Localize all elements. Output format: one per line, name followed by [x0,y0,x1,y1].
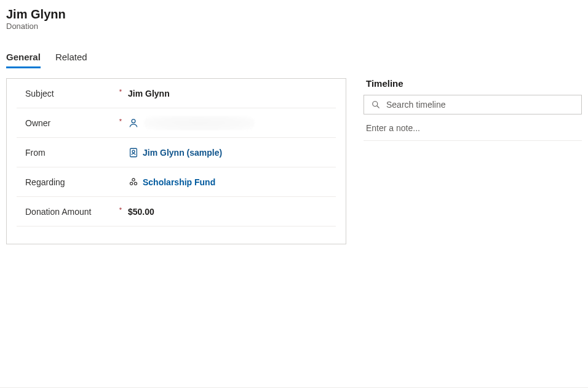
required-marker: * [114,88,127,95]
timeline-search-input[interactable] [386,100,575,110]
person-icon [128,118,139,129]
svg-line-7 [377,106,379,108]
field-owner[interactable]: Owner * [17,108,336,138]
required-marker: * [114,206,127,214]
owner-name-redacted [144,116,255,130]
field-from[interactable]: From Jim Glynn (sample) [17,138,336,167]
svg-point-6 [373,102,378,106]
field-value-subject: Jim Glynn [127,89,333,98]
link-cluster-icon [128,177,139,188]
svg-point-3 [132,178,135,180]
svg-point-4 [130,182,132,185]
regarding-lookup-text: Scholarship Fund [143,177,215,187]
field-value-donation-amount: $50.00 [127,207,333,217]
timeline-panel: Timeline Enter a note... [361,78,582,244]
field-donation-amount[interactable]: Donation Amount * $50.00 [17,197,336,227]
field-value-owner [127,114,333,132]
svg-point-5 [134,182,137,185]
field-value-regarding: Scholarship Fund [127,177,333,188]
field-label-regarding: Regarding [25,177,114,187]
from-lookup-link[interactable]: Jim Glynn (sample) [128,147,222,158]
field-label-subject: Subject [25,89,114,98]
required-marker: * [114,118,127,125]
tab-related[interactable]: Related [55,49,87,67]
field-label-owner: Owner [25,118,114,128]
contact-icon [128,147,139,158]
content-area: Subject * Jim Glynn Owner * [0,67,588,244]
footer-divider [0,387,588,388]
field-label-donation-amount: Donation Amount [25,207,114,217]
field-regarding[interactable]: Regarding Scholarship Fund [17,167,336,197]
search-icon [370,99,381,110]
field-value-from: Jim Glynn (sample) [127,147,333,158]
record-header: Jim Glynn Donation [0,0,588,34]
record-title: Jim Glynn [6,7,582,22]
form-panel: Subject * Jim Glynn Owner * [6,78,346,244]
tab-strip: General Related [0,49,588,67]
from-lookup-text: Jim Glynn (sample) [143,148,222,158]
timeline-search[interactable] [364,95,582,114]
timeline-note-input[interactable]: Enter a note... [364,114,582,133]
field-label-from: From [25,148,114,158]
regarding-lookup-link[interactable]: Scholarship Fund [128,177,215,188]
record-entity-type: Donation [6,22,582,31]
field-subject[interactable]: Subject * Jim Glynn [17,79,336,108]
divider [364,140,582,141]
svg-point-2 [132,150,135,153]
timeline-title: Timeline [364,78,582,95]
owner-lookup-pill[interactable] [128,114,263,132]
tab-general[interactable]: General [6,49,41,67]
svg-point-0 [132,119,135,122]
